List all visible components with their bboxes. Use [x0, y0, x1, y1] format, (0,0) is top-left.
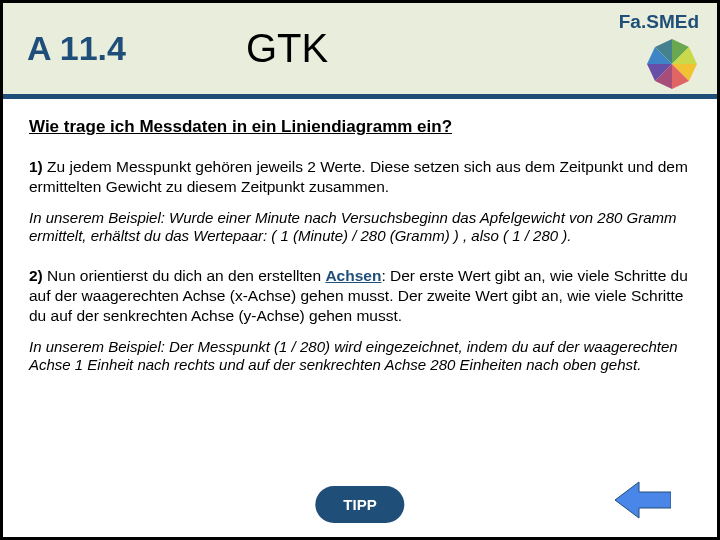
header-code: A 11.4 — [27, 29, 126, 68]
content: Wie trage ich Messdaten in ein Liniendia… — [3, 99, 717, 375]
paragraph-2-example: In unserem Beispiel: Der Messpunkt (1 / … — [29, 338, 691, 376]
para1-lead: 1) — [29, 158, 43, 175]
paragraph-1: 1) Zu jedem Messpunkt gehören jeweils 2 … — [29, 157, 691, 197]
footer: TIPP — [3, 473, 717, 523]
slide: A 11.4 GTK Fa.SMEd Wie trage ich Messdat… — [0, 0, 720, 540]
paragraph-2: 2) Nun orientierst du dich an den erstel… — [29, 266, 691, 325]
axes-link[interactable]: Achsen — [325, 267, 381, 284]
paragraph-1-example: In unserem Beispiel: Wurde einer Minute … — [29, 209, 691, 247]
question-heading: Wie trage ich Messdaten in ein Liniendia… — [29, 117, 691, 137]
para1-text: Zu jedem Messpunkt gehören jeweils 2 Wer… — [29, 158, 688, 195]
header: A 11.4 GTK Fa.SMEd — [3, 3, 717, 99]
fasmed-logo-icon — [645, 37, 699, 91]
svg-marker-8 — [615, 482, 671, 518]
header-title: GTK — [246, 26, 328, 71]
para2-lead: 2) — [29, 267, 43, 284]
tipp-button[interactable]: TIPP — [315, 486, 404, 523]
header-brand: Fa.SMEd — [619, 11, 699, 33]
back-arrow-icon[interactable] — [615, 479, 671, 521]
para2-a: Nun orientierst du dich an den erstellte… — [43, 267, 326, 284]
